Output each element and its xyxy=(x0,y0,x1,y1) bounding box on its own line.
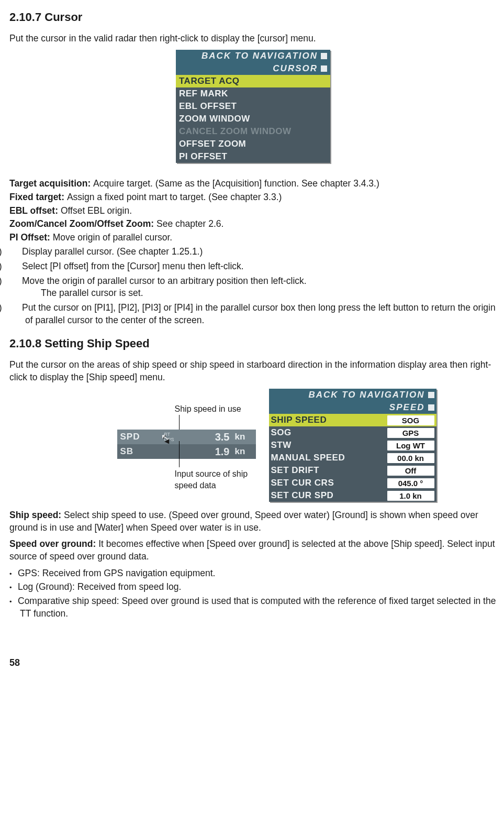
section-heading-ship-speed: 2.10.8 Setting Ship Speed xyxy=(9,336,497,351)
menu-item-zoom-window[interactable]: ZOOM WINDOW xyxy=(176,113,330,125)
ship-speed-intro: Put the cursor on the areas of ship spee… xyxy=(9,359,497,383)
menu-item-set-cur-crs[interactable]: SET CUR CRS 045.0 ° xyxy=(269,477,436,489)
section-heading-cursor: 2.10.7 Cursor xyxy=(9,9,497,25)
sog-value[interactable]: GPS xyxy=(387,428,434,438)
spd-unit: kn xyxy=(235,431,256,443)
def-fixed-target: Fixed target: Assign a fixed point mart … xyxy=(9,191,497,204)
manual-speed-value[interactable]: 00.0 kn xyxy=(387,453,434,463)
return-icon xyxy=(428,404,434,411)
menu-item-cancel-zoom: CANCEL ZOOM WINDOW xyxy=(176,125,330,138)
menu-back-to-navigation[interactable]: BACK TO NAVIGATION xyxy=(269,389,436,401)
speed-display-box[interactable]: SPD BTGPS 3.5 kn SB 1.9 kn xyxy=(117,430,256,459)
bullet-comparative: Comparative ship speed: Speed over groun… xyxy=(9,595,497,620)
def-speed-over-ground: Speed over ground: It becomes effective … xyxy=(9,538,497,563)
def-target-acquisition: Target acquisition: Acquire target. (Sam… xyxy=(9,178,497,190)
menu-item-sog[interactable]: SOG GPS xyxy=(269,426,436,439)
spd-label: SPD xyxy=(117,431,164,443)
menu-item-ref-mark[interactable]: REF MARK xyxy=(176,87,330,100)
menu-item-offset-zoom[interactable]: OFFSET ZOOM xyxy=(176,138,330,150)
speed-menu-figure: BACK TO NAVIGATION SPEED SHIP SPEED SOG … xyxy=(269,389,436,502)
menu-title-cursor[interactable]: CURSOR xyxy=(176,62,330,75)
page-number: 58 xyxy=(9,656,497,669)
sb-label: SB xyxy=(117,446,164,458)
callout-line xyxy=(179,415,180,431)
menu-title-speed[interactable]: SPEED xyxy=(269,401,436,414)
spd-row[interactable]: SPD BTGPS 3.5 kn xyxy=(117,430,256,444)
menu-item-pi-offset[interactable]: PI OFFSET xyxy=(176,150,330,163)
speed-callout-figure: Ship speed in use ◀ SPD BTGPS 3.5 kn SB … xyxy=(70,389,269,493)
def-pi-offset: PI Offset: Move origin of parallel curso… xyxy=(9,232,497,244)
menu-item-target-acq[interactable]: TARGET ACQ xyxy=(176,75,330,87)
arrow-icon: ◀ xyxy=(164,437,169,445)
def-zoom: Zoom/Cancel Zoom/Offset Zoom: See chapte… xyxy=(9,218,497,230)
set-drift-value[interactable]: Off xyxy=(387,466,434,476)
return-icon xyxy=(321,53,327,59)
callout-input-source: Input source of ship speed data xyxy=(175,468,269,491)
return-icon xyxy=(321,65,327,72)
step-4: 4)Put the cursor on [PI1], [PI2], [PI3] … xyxy=(9,302,497,326)
menu-title-label: SPEED xyxy=(271,402,425,414)
menu-back-label: BACK TO NAVIGATION xyxy=(271,389,425,401)
set-cur-spd-value[interactable]: 1.0 kn xyxy=(387,491,434,501)
callout-line xyxy=(179,441,180,467)
callout-ship-speed-in-use: Ship speed in use xyxy=(175,403,241,415)
spd-value: 3.5 xyxy=(180,430,235,444)
menu-item-ebl-offset[interactable]: EBL OFFSET xyxy=(176,100,330,113)
def-ship-speed: Ship speed: Select ship speed to use. (S… xyxy=(9,509,497,534)
sb-unit: kn xyxy=(235,446,256,458)
menu-item-set-cur-spd[interactable]: SET CUR SPD 1.0 kn xyxy=(269,489,436,502)
menu-item-stw[interactable]: STW Log WT xyxy=(269,439,436,452)
set-cur-crs-value[interactable]: 045.0 ° xyxy=(387,478,434,488)
menu-title-label: CURSOR xyxy=(179,63,318,75)
menu-item-manual-speed[interactable]: MANUAL SPEED 00.0 kn xyxy=(269,452,436,464)
sb-value: 1.9 xyxy=(180,445,235,459)
bullet-gps: GPS: Received from GPS navigation equipm… xyxy=(9,567,497,580)
ship-speed-value[interactable]: SOG xyxy=(387,415,434,425)
bullet-log-ground: Log (Ground): Received from speed log. xyxy=(9,581,497,594)
def-ebl-offset: EBL offset: Offset EBL origin. xyxy=(9,205,497,217)
menu-item-set-drift[interactable]: SET DRIFT Off xyxy=(269,464,436,477)
menu-back-to-navigation[interactable]: BACK TO NAVIGATION xyxy=(176,50,330,62)
stw-value[interactable]: Log WT xyxy=(387,441,434,451)
menu-back-label: BACK TO NAVIGATION xyxy=(179,50,318,62)
step-1: 1)Display parallel cursor. (See chapter … xyxy=(9,246,497,258)
sb-row[interactable]: SB 1.9 kn xyxy=(117,444,256,459)
cursor-menu-figure: BACK TO NAVIGATION CURSOR TARGET ACQ REF… xyxy=(176,50,330,163)
cursor-intro: Put the cursor in the valid radar then r… xyxy=(9,32,497,45)
menu-item-ship-speed[interactable]: SHIP SPEED SOG xyxy=(269,414,436,426)
step-3: 3)Move the origin of parallel cursor to … xyxy=(9,275,497,300)
step-2: 2)Select [PI offset] from the [Cursor] m… xyxy=(9,260,497,273)
return-icon xyxy=(428,392,434,398)
